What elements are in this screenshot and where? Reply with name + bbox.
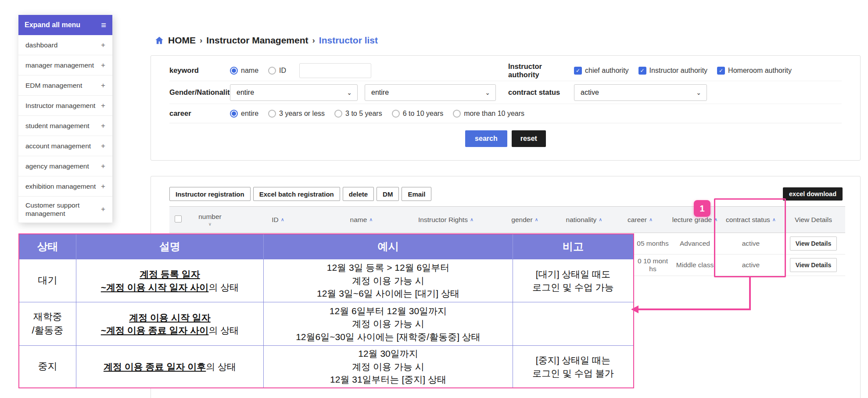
plus-icon[interactable]: +: [101, 122, 105, 130]
sidebar-item-exhibition-management[interactable]: exhibition management+: [18, 176, 112, 197]
authority-checkbox-chief[interactable]: ✓ chief authority: [574, 67, 629, 75]
cell-lecture-grade: Advanced: [670, 233, 720, 255]
keyword-radio-name-label[interactable]: name: [241, 67, 258, 75]
plus-icon[interactable]: +: [101, 81, 105, 90]
delete-button[interactable]: delete: [343, 187, 374, 201]
breadcrumb-home[interactable]: HOME: [168, 35, 196, 46]
plus-icon[interactable]: +: [101, 205, 105, 214]
home-icon[interactable]: [154, 36, 164, 45]
checkbox-checked-icon[interactable]: ✓: [638, 67, 646, 75]
status-cell-active: 재학중 /활동중: [19, 302, 76, 346]
authority-homeroom-label[interactable]: Homeroom authority: [728, 67, 792, 75]
status-cell-waiting: 대기: [19, 259, 76, 302]
annotation-connector-horizontal: [638, 308, 750, 310]
plus-icon[interactable]: +: [101, 162, 105, 171]
career-radio-3-to-5-years[interactable]: 3 to 5 years: [334, 110, 382, 118]
checkbox-checked-icon[interactable]: ✓: [574, 67, 582, 75]
column-header-id[interactable]: ID∧: [233, 207, 323, 233]
gender-select-value: entire: [237, 89, 254, 97]
status-table-header-note: 비고: [513, 234, 633, 259]
sidebar-item-student-management[interactable]: student management+: [18, 116, 112, 136]
keyword-radio-name[interactable]: name: [230, 67, 258, 75]
select-all-checkbox[interactable]: [175, 215, 182, 222]
sidebar-item-dashboard[interactable]: dashboard+: [18, 35, 112, 55]
view-details-button[interactable]: View Details: [790, 258, 837, 272]
sidebar-item-label: agency management: [25, 162, 89, 170]
column-header-number[interactable]: number ∨: [187, 207, 233, 233]
instructor-registration-button[interactable]: Instructor registration: [169, 187, 251, 201]
career-radio-3-years-or-less[interactable]: 3 years or less: [268, 110, 325, 118]
breadcrumb: HOME › Instructor Management › Instructo…: [154, 35, 378, 46]
example-cell-waiting: 12월 3일 등록 > 12월 6일부터 계정 이용 가능 시 12월 3일~6…: [264, 259, 513, 302]
career-more-than-10-label[interactable]: more than 10 years: [464, 110, 524, 118]
plus-icon[interactable]: +: [101, 182, 105, 191]
nationality-select[interactable]: entire ⌄: [365, 84, 496, 101]
career-3-to-5-label[interactable]: 3 to 5 years: [345, 110, 382, 118]
description-rest: 의 상태: [206, 362, 236, 372]
sidebar-item-edm-management[interactable]: EDM management+: [18, 75, 112, 96]
view-details-button[interactable]: View Details: [790, 237, 837, 251]
dm-button[interactable]: DM: [377, 187, 399, 201]
note-cell-stopped: [중지] 상태일 때는 로그인 및 수업 불가: [513, 346, 633, 387]
note-cell-active: [513, 302, 633, 346]
column-label-nationality: nationality: [566, 216, 597, 223]
career-6-to-10-label[interactable]: 6 to 10 years: [403, 110, 444, 118]
email-button[interactable]: Email: [402, 187, 431, 201]
radio-unselected-icon[interactable]: [392, 110, 400, 118]
keyword-input[interactable]: [299, 63, 371, 78]
radio-selected-icon[interactable]: [230, 110, 238, 118]
sidebar-item-customer-support-management[interactable]: Customer support management+: [18, 197, 112, 223]
reset-button[interactable]: reset: [512, 130, 546, 147]
column-label-gender: gender: [511, 216, 532, 223]
column-header-gender[interactable]: gender∧: [492, 207, 558, 233]
excel-batch-registration-button[interactable]: Excel batch registration: [253, 187, 340, 201]
plus-icon[interactable]: +: [101, 142, 105, 151]
sidebar-item-manager-management[interactable]: manager management+: [18, 55, 112, 75]
chevron-down-icon: ⌄: [347, 89, 352, 96]
search-button[interactable]: search: [465, 130, 507, 147]
chevron-down-icon: ⌄: [485, 89, 490, 96]
authority-chief-label[interactable]: chief authority: [585, 67, 629, 75]
radio-unselected-icon[interactable]: [334, 110, 342, 118]
keyword-label: keyword: [169, 66, 230, 75]
radio-selected-icon[interactable]: [230, 67, 238, 75]
instructor-authority-group: Instructor authority ✓ chief authority ✓…: [508, 62, 801, 79]
keyword-radio-id-label[interactable]: ID: [279, 67, 286, 75]
authority-instructor-label[interactable]: Instructor authority: [649, 67, 708, 75]
contract-status-group: contract status active ⌄: [508, 84, 707, 101]
select-all-cell: [169, 207, 187, 233]
hamburger-menu-icon[interactable]: ≡: [101, 21, 106, 29]
career-radio-more-than-10-years[interactable]: more than 10 years: [453, 110, 524, 118]
column-header-name[interactable]: name∧: [323, 207, 400, 233]
column-header-career[interactable]: career∧: [610, 207, 670, 233]
sidebar-item-agency-management[interactable]: agency management+: [18, 156, 112, 176]
contract-status-select[interactable]: active ⌄: [574, 84, 707, 101]
career-3-or-less-label[interactable]: 3 years or less: [279, 110, 325, 118]
radio-unselected-icon[interactable]: [268, 110, 276, 118]
keyword-radio-id[interactable]: ID: [268, 67, 286, 75]
career-entire-label[interactable]: entire: [241, 110, 258, 118]
radio-unselected-icon[interactable]: [453, 110, 461, 118]
breadcrumb-section[interactable]: Instructor Management: [206, 35, 308, 46]
sidebar-item-label: account management: [25, 142, 91, 150]
expand-all-menu-button[interactable]: Expand all menu ≡: [18, 15, 112, 35]
column-header-instructor-rights[interactable]: Instructor Rights∧: [400, 207, 492, 233]
career-radio-6-to-10-years[interactable]: 6 to 10 years: [392, 110, 444, 118]
plus-icon[interactable]: +: [101, 41, 105, 50]
contract-status-explanation-table: 상태 설명 예시 비고 대기 계정 등록 일자 ~계정 이용 시작 일자 사이의…: [18, 233, 634, 388]
sidebar-item-account-management[interactable]: account management+: [18, 136, 112, 156]
authority-checkbox-homeroom[interactable]: ✓ Homeroom authority: [717, 67, 792, 75]
column-label-id: ID: [272, 216, 279, 223]
career-radio-entire[interactable]: entire: [230, 110, 258, 118]
gender-select[interactable]: entire ⌄: [230, 84, 358, 101]
checkbox-checked-icon[interactable]: ✓: [717, 67, 725, 75]
column-header-nationality[interactable]: nationality∧: [558, 207, 610, 233]
plus-icon[interactable]: +: [101, 61, 105, 70]
excel-download-button[interactable]: excel download: [783, 187, 843, 201]
authority-checkbox-instructor[interactable]: ✓ Instructor authority: [638, 67, 708, 75]
plus-icon[interactable]: +: [101, 101, 105, 110]
sidebar-item-instructor-management[interactable]: Instructor management+: [18, 96, 112, 116]
column-label-name: name: [350, 216, 367, 223]
radio-unselected-icon[interactable]: [268, 67, 276, 75]
sort-asc-icon: ∧: [535, 217, 538, 222]
